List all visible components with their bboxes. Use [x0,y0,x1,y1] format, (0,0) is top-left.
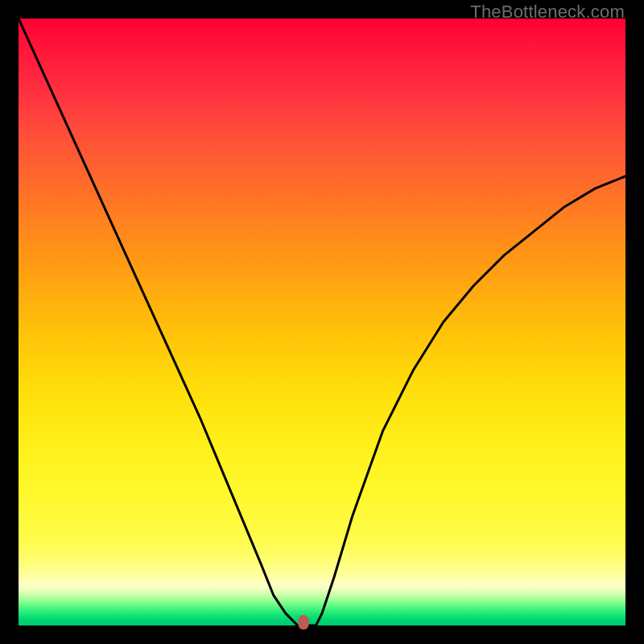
bottleneck-curve [19,19,625,625]
optimum-marker [299,615,309,630]
chart-frame: TheBottleneck.com [0,0,644,644]
watermark-text: TheBottleneck.com [470,2,625,23]
plot-area [19,19,625,625]
